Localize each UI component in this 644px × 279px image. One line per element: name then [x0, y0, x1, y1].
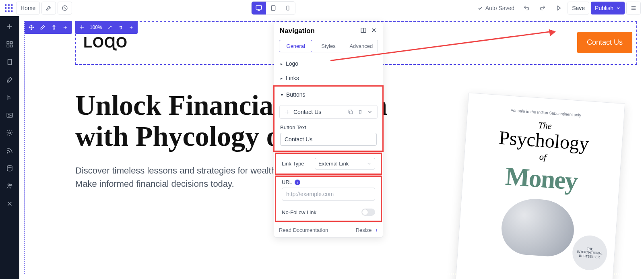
tree-icon[interactable]	[2, 90, 17, 105]
grid-icon[interactable]	[2, 37, 17, 52]
svg-point-20	[9, 132, 11, 134]
svg-rect-15	[7, 45, 9, 47]
link-type-select[interactable]: External Link	[315, 158, 375, 169]
svg-point-3	[5, 7, 6, 8]
mobile-icon[interactable]	[281, 2, 295, 14]
page-icon[interactable]	[2, 55, 17, 69]
svg-point-4	[8, 7, 10, 8]
element-toolbar: 100%	[75, 21, 138, 34]
svg-point-24	[10, 184, 12, 186]
accordion-buttons[interactable]: Buttons	[275, 87, 382, 102]
svg-point-19	[8, 114, 9, 115]
accordion-logo[interactable]: Logo	[274, 56, 383, 71]
site-logo: LOɊO	[83, 34, 128, 51]
drag-icon[interactable]	[284, 109, 290, 115]
move-icon[interactable]	[77, 23, 87, 32]
tablet-icon[interactable]	[266, 2, 281, 14]
preview-icon[interactable]	[551, 2, 566, 14]
publish-label: Publish	[595, 5, 613, 11]
svg-point-21	[7, 152, 8, 153]
image-icon[interactable]	[2, 108, 17, 122]
app-logo[interactable]	[3, 2, 14, 14]
contact-us-button[interactable]: Contact Us	[577, 32, 632, 53]
panel-title: Navigation	[280, 27, 315, 35]
annotation-arrow-head	[549, 28, 557, 37]
bestseller-badge: THE INTERNATIONAL BESTSELLER	[571, 234, 608, 271]
duplicate-icon[interactable]	[347, 109, 354, 115]
svg-point-6	[5, 10, 6, 12]
users-icon[interactable]	[2, 179, 17, 193]
resize-plus[interactable]: +	[375, 227, 378, 233]
wrench-icon[interactable]	[41, 2, 56, 14]
button-item-row[interactable]: Contact Us	[279, 105, 378, 119]
button-text-input[interactable]	[280, 133, 377, 146]
undo-icon[interactable]	[519, 2, 534, 14]
resize-minus[interactable]: −	[349, 227, 353, 233]
desktop-icon[interactable]	[252, 2, 266, 14]
link-type-highlight: Link Type External Link	[275, 153, 382, 175]
data-icon[interactable]	[2, 161, 17, 176]
close-icon[interactable]	[371, 27, 377, 35]
publish-button[interactable]: Publish	[591, 2, 625, 14]
resize-controls: − Resize +	[349, 227, 378, 233]
info-icon[interactable]: i	[295, 180, 300, 185]
trash-icon[interactable]	[357, 109, 363, 115]
svg-rect-12	[287, 6, 289, 10]
svg-rect-17	[8, 59, 12, 65]
url-label: URL i	[282, 179, 375, 185]
svg-point-1	[8, 4, 10, 6]
tools-icon[interactable]	[2, 196, 17, 211]
left-sidebar	[0, 16, 19, 279]
design-icon[interactable]	[2, 72, 17, 87]
svg-rect-18	[7, 113, 12, 118]
blog-icon[interactable]	[2, 143, 17, 158]
svg-rect-16	[10, 45, 12, 47]
gear-icon[interactable]	[2, 126, 17, 140]
layout-icon[interactable]	[360, 27, 367, 35]
svg-point-22	[7, 165, 12, 167]
delete-icon[interactable]	[116, 23, 126, 32]
device-switcher	[251, 1, 295, 15]
book-cover: For sale in the Indian Subcontinent only…	[455, 93, 625, 279]
edit-icon[interactable]	[105, 23, 115, 32]
nofollow-label: No-Follow Link	[282, 209, 316, 215]
home-button[interactable]: Home	[16, 2, 40, 14]
history-icon[interactable]	[58, 2, 72, 14]
svg-rect-11	[271, 6, 275, 10]
autosave-label: Auto Saved	[485, 5, 514, 11]
svg-point-2	[11, 4, 12, 6]
chevron-down-icon[interactable]	[367, 109, 373, 115]
svg-point-23	[8, 184, 10, 186]
button-text-label: Button Text	[280, 124, 377, 130]
nofollow-toggle[interactable]	[361, 209, 375, 216]
brain-illustration	[500, 197, 576, 258]
link-type-label: Link Type	[282, 161, 311, 167]
buttons-section-highlight: Buttons Contact Us Button Text	[273, 85, 384, 152]
autosave-status: Auto Saved	[474, 5, 518, 11]
resize-label: Resize	[356, 227, 372, 233]
save-button[interactable]: Save	[568, 2, 589, 14]
add-icon[interactable]	[126, 23, 136, 32]
button-item-label: Contact Us	[293, 109, 321, 115]
svg-rect-13	[7, 41, 9, 43]
svg-rect-26	[350, 111, 353, 114]
tab-general[interactable]: General	[279, 40, 312, 52]
add-icon[interactable]	[2, 19, 17, 34]
menu-icon[interactable]	[626, 2, 641, 14]
svg-point-7	[8, 10, 10, 12]
redo-icon[interactable]	[535, 2, 550, 14]
tab-advanced[interactable]: Advanced	[345, 40, 378, 52]
svg-point-0	[5, 4, 6, 6]
top-toolbar: Home Auto Saved Save Publish	[0, 0, 644, 16]
navigation-settings-panel: Navigation General Styles Advanced Logo …	[274, 22, 383, 238]
url-input[interactable]	[282, 188, 375, 200]
url-label-text: URL	[282, 179, 292, 185]
tab-styles[interactable]: Styles	[312, 40, 345, 52]
svg-point-5	[11, 7, 12, 8]
read-docs-link[interactable]: Read Documentation	[279, 227, 328, 233]
svg-rect-10	[256, 6, 262, 9]
url-highlight: URL i No-Follow Link	[275, 176, 382, 222]
svg-point-8	[11, 10, 12, 12]
zoom-label: 100%	[87, 23, 105, 32]
accordion-links[interactable]: Links	[274, 71, 383, 85]
